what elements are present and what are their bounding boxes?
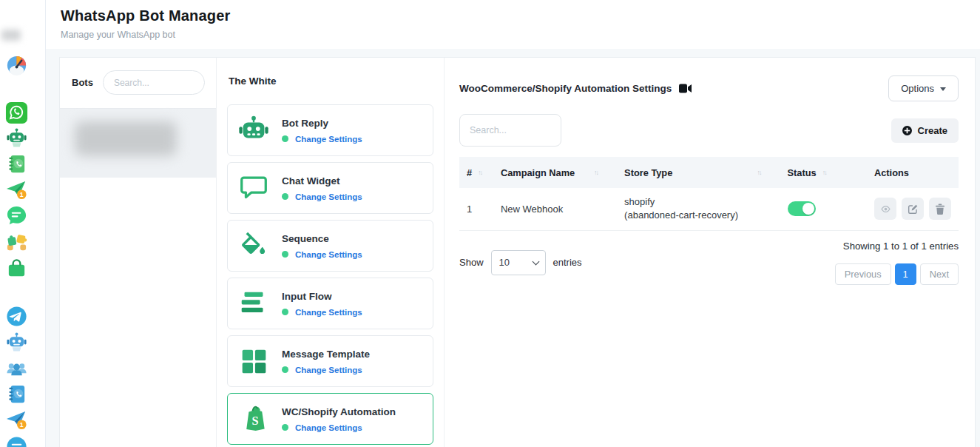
menu-card-chat-widget[interactable]: Chat Widget Change Settings: [227, 162, 433, 214]
page-size-select[interactable]: 10: [491, 250, 546, 275]
change-settings-link[interactable]: Change Settings: [295, 366, 362, 374]
change-settings-link[interactable]: Change Settings: [295, 135, 362, 144]
options-button-label: Options: [901, 83, 934, 94]
status-dot: [282, 135, 288, 142]
store-type-line1: shopify: [624, 195, 772, 209]
app-icon-rail: 1: [0, 0, 46, 447]
column-header-status[interactable]: Status↑↓: [780, 157, 867, 188]
menu-card-input-flow[interactable]: Input Flow Change Settings: [227, 278, 433, 329]
page-title: WhatsApp Bot Manager: [61, 7, 980, 24]
sidebar-item-whatsapp[interactable]: [5, 101, 28, 124]
telegram-broadcast-icon: 1: [5, 409, 28, 431]
campaigns-table: #↑↓ Campaign Name↑↓ Store Type↑↓ Status↑…: [459, 157, 959, 231]
bots-panel: Bots: [60, 58, 217, 447]
edit-button[interactable]: [902, 198, 924, 220]
chat-widget-icon: [237, 171, 271, 205]
telegram-bot-icon: [5, 331, 28, 354]
menu-card-label: Bot Reply: [282, 118, 362, 129]
menu-card-sequence[interactable]: Sequence Change Settings: [227, 220, 433, 272]
sidebar-item-whatsapp-integrations[interactable]: [5, 230, 28, 253]
sidebar-item-telegram-contacts[interactable]: [5, 383, 28, 406]
sort-icon: ↑↓: [594, 169, 609, 176]
menu-card-label: Input Flow: [282, 291, 362, 302]
status-toggle[interactable]: [788, 201, 816, 216]
sidebar-item-telegram-groups[interactable]: [5, 357, 28, 380]
menu-card-label: Sequence: [282, 233, 362, 244]
whatsapp-bot-manager-app: 1: [0, 0, 980, 447]
sidebar-item-telegram[interactable]: [5, 305, 28, 328]
options-button[interactable]: Options: [888, 75, 959, 101]
whatsapp-chat-icon: [5, 204, 28, 227]
telegram-groups-icon: [5, 357, 28, 380]
status-dot: [282, 424, 288, 431]
notification-badge: 1: [20, 421, 24, 428]
page-1-button[interactable]: 1: [895, 263, 916, 285]
shopify-icon: S: [237, 402, 271, 436]
sidebar-item-whatsapp-bot[interactable]: [5, 127, 28, 149]
change-settings-link[interactable]: Change Settings: [295, 308, 362, 317]
create-button-label: Create: [918, 125, 947, 136]
change-settings-link[interactable]: Change Settings: [295, 250, 362, 259]
previous-page-button[interactable]: Previous: [835, 263, 891, 285]
whatsapp-shop-icon: [5, 257, 28, 280]
telegram-chat-icon: [5, 435, 28, 447]
status-dot: [282, 366, 288, 373]
create-button[interactable]: Create: [891, 118, 959, 143]
chevron-down-icon: [940, 87, 946, 91]
sidebar-item-whatsapp-contacts[interactable]: [5, 152, 28, 175]
video-tutorial-icon[interactable]: [679, 84, 692, 93]
sort-icon: ↑↓: [757, 169, 773, 176]
status-dot: [282, 251, 288, 258]
bots-search-input[interactable]: [103, 70, 205, 95]
edit-icon: [908, 204, 919, 215]
column-header-actions: Actions: [867, 157, 959, 188]
view-button[interactable]: [874, 198, 896, 220]
menu-card-message-template[interactable]: Message Template Change Settings: [227, 335, 433, 387]
sidebar-item-telegram-chat[interactable]: [5, 435, 28, 447]
dashboard-icon: [5, 54, 28, 77]
whatsapp-integrations-icon: [5, 230, 28, 253]
plus-circle-icon: [902, 126, 912, 135]
column-header-store-type[interactable]: Store Type↑↓: [617, 157, 780, 188]
sort-icon: ↑↓: [822, 169, 826, 176]
trash-icon: [935, 204, 945, 215]
message-template-icon: [237, 344, 271, 378]
automation-search-input[interactable]: [459, 114, 561, 147]
sidebar-item-whatsapp-broadcast[interactable]: 1: [5, 178, 28, 201]
next-page-button[interactable]: Next: [920, 263, 959, 285]
page-header: WhatsApp Bot Manager Manage your WhatsAp…: [46, 0, 980, 49]
bot-list-item-selected[interactable]: [60, 108, 216, 178]
blurred-logo: [1, 30, 21, 41]
change-settings-link[interactable]: Change Settings: [295, 423, 362, 432]
column-header-campaign-name[interactable]: Campaign Name↑↓: [493, 157, 617, 188]
bot-feature-menu: The White: [217, 58, 445, 447]
actions-cell: [867, 188, 959, 230]
menu-card-label: Chat Widget: [282, 175, 362, 186]
menu-card-bot-reply[interactable]: Bot Reply Change Settings: [227, 104, 433, 156]
sidebar-item-dashboard[interactable]: [5, 54, 28, 77]
bot-name-title: The White: [229, 75, 432, 87]
store-type-cell: shopify (abandoned-cart-recovery): [617, 188, 780, 230]
campaign-name-cell: New Webhook: [493, 188, 617, 230]
store-type-line2: (abandoned-cart-recovery): [624, 209, 772, 222]
change-settings-link[interactable]: Change Settings: [295, 192, 362, 201]
whatsapp-broadcast-icon: 1: [5, 178, 28, 201]
column-header-index[interactable]: #↑↓: [459, 157, 493, 188]
status-cell: [780, 188, 867, 230]
entries-label: entries: [553, 257, 582, 268]
sidebar-item-telegram-broadcast[interactable]: 1: [5, 409, 28, 431]
sidebar-item-whatsapp-chat[interactable]: [5, 204, 28, 227]
telegram-icon: [5, 305, 28, 328]
menu-card-label: WC/Shopify Automation: [282, 406, 396, 417]
automation-settings-panel: WooCommerce/Shopify Automation Settings …: [445, 58, 975, 447]
automation-heading: WooCommerce/Shopify Automation Settings: [459, 83, 672, 94]
main-region: WhatsApp Bot Manager Manage your WhatsAp…: [46, 0, 980, 447]
menu-card-wc-shopify-automation[interactable]: S WC/Shopify Automation Change Settings: [227, 393, 433, 445]
delete-button[interactable]: [929, 198, 951, 220]
eye-icon: [880, 204, 891, 215]
row-index-cell: 1: [459, 188, 493, 230]
sidebar-item-telegram-bot[interactable]: [5, 331, 28, 354]
sidebar-item-whatsapp-shop[interactable]: [5, 257, 28, 280]
bots-label: Bots: [72, 77, 93, 88]
sort-icon: ↑↓: [478, 169, 481, 176]
